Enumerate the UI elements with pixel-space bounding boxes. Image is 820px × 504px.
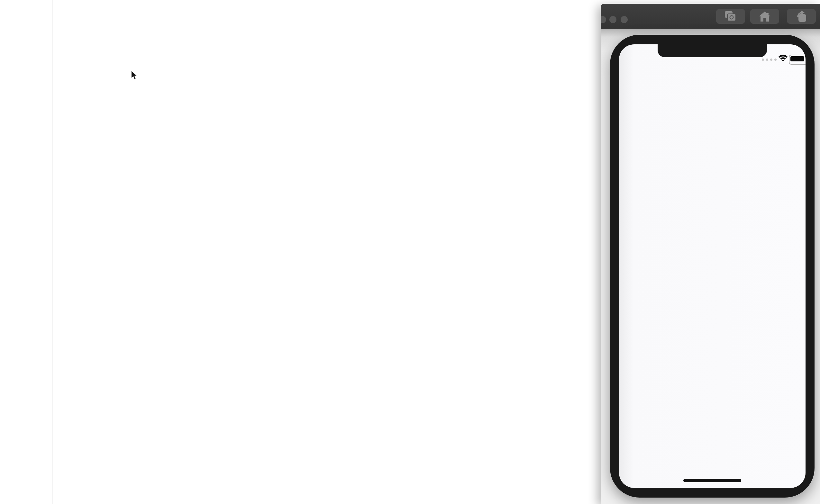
mouse-cursor-icon <box>131 70 140 81</box>
simulator-body <box>601 29 820 504</box>
traffic-light-minimize-button[interactable] <box>609 16 617 23</box>
iphone-bezel <box>610 35 815 498</box>
cellular-signal-dot <box>762 59 764 61</box>
cellular-signal-dot <box>774 59 777 61</box>
screenshot-camera-icon <box>724 11 738 22</box>
home-button[interactable] <box>750 9 779 24</box>
home-icon <box>758 11 771 22</box>
battery-icon <box>789 55 806 65</box>
traffic-light-zoom-button[interactable] <box>621 16 628 23</box>
rotate-icon <box>795 10 808 23</box>
screen <box>0 0 820 504</box>
code-editor[interactable] <box>0 0 605 504</box>
rotate-button[interactable] <box>787 9 816 24</box>
cellular-signal-dot <box>766 59 768 61</box>
simulator-titlebar[interactable] <box>601 4 820 29</box>
cellular-signal-dot <box>770 59 772 61</box>
screenshot-button[interactable] <box>716 9 745 24</box>
wifi-icon <box>778 54 788 62</box>
traffic-light-close-button[interactable] <box>601 16 606 23</box>
iphone-notch <box>658 44 767 57</box>
iphone-screen[interactable] <box>619 44 806 488</box>
gutter-separator <box>52 0 53 504</box>
simulator-window[interactable] <box>601 4 820 504</box>
home-indicator[interactable] <box>683 479 741 482</box>
